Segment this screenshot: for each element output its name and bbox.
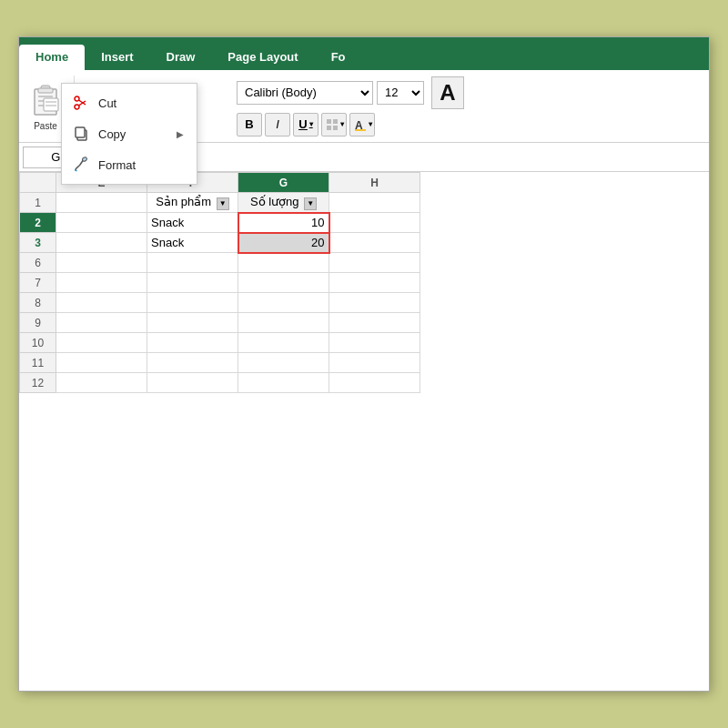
tab-draw[interactable]: Draw bbox=[150, 45, 212, 70]
svg-rect-19 bbox=[333, 126, 338, 130]
font-name-select[interactable]: Calibri (Body) bbox=[237, 81, 373, 105]
cell-f8[interactable] bbox=[147, 293, 238, 313]
cell-g11[interactable] bbox=[238, 353, 329, 373]
ribbon-toolbar: Paste Cut bbox=[19, 70, 709, 143]
svg-rect-6 bbox=[44, 98, 58, 111]
table-row: 2 Snack 10 bbox=[20, 213, 420, 233]
row-num-8: 8 bbox=[20, 293, 56, 313]
cell-h6[interactable] bbox=[329, 253, 420, 273]
table-row: 6 bbox=[20, 253, 420, 273]
table-row: 8 bbox=[20, 293, 420, 313]
cell-g10[interactable] bbox=[238, 333, 329, 353]
cell-e1[interactable] bbox=[56, 193, 147, 213]
cell-h9[interactable] bbox=[329, 313, 420, 333]
cell-g2[interactable]: 10 bbox=[238, 213, 329, 233]
corner-header bbox=[20, 173, 56, 193]
cell-h2[interactable] bbox=[329, 213, 420, 233]
cell-g8[interactable] bbox=[238, 293, 329, 313]
filter-icon-g1[interactable]: ▼ bbox=[304, 197, 317, 210]
table-row: 10 bbox=[20, 333, 420, 353]
copy-icon bbox=[71, 124, 91, 144]
paintbrush-icon bbox=[71, 155, 91, 175]
cell-f9[interactable] bbox=[147, 313, 238, 333]
cell-e10[interactable] bbox=[56, 333, 147, 353]
underline-button[interactable]: U ▾ bbox=[293, 113, 318, 136]
cut-menu-item[interactable]: Cut bbox=[62, 87, 197, 118]
table-row: 12 bbox=[20, 373, 420, 393]
row-num-11: 11 bbox=[20, 353, 56, 373]
cell-f11[interactable] bbox=[147, 353, 238, 373]
excel-window: Home Insert Draw Page Layout Fo bbox=[18, 36, 710, 692]
cell-e7[interactable] bbox=[56, 273, 147, 293]
cell-h11[interactable] bbox=[329, 353, 420, 373]
row-num-1: 1 bbox=[20, 193, 56, 213]
cell-g7[interactable] bbox=[238, 273, 329, 293]
spreadsheet: E F G H 1 Sản phẩm ▼ Số lượng bbox=[19, 172, 709, 691]
cell-g3[interactable]: 20 bbox=[238, 233, 329, 253]
cell-h12[interactable] bbox=[329, 373, 420, 393]
tab-fo[interactable]: Fo bbox=[315, 45, 362, 70]
font-format-row: B I U ▾ ▾ bbox=[237, 113, 464, 136]
cell-f6[interactable] bbox=[147, 253, 238, 273]
cell-g6[interactable] bbox=[238, 253, 329, 273]
scissors-icon bbox=[71, 93, 91, 113]
clipboard-dropdown: Cut Copy ▶ bbox=[61, 83, 197, 185]
copy-label: Copy bbox=[98, 127, 169, 141]
row-num-7: 7 bbox=[20, 273, 56, 293]
cell-h10[interactable] bbox=[329, 333, 420, 353]
svg-rect-17 bbox=[333, 119, 338, 124]
cell-g1[interactable]: Số lượng ▼ bbox=[238, 193, 329, 213]
cell-f12[interactable] bbox=[147, 373, 238, 393]
cell-e3[interactable] bbox=[56, 233, 147, 253]
cell-f1[interactable]: Sản phẩm ▼ bbox=[147, 193, 238, 213]
italic-button[interactable]: I bbox=[265, 113, 290, 136]
cell-g9[interactable] bbox=[238, 313, 329, 333]
cell-f10[interactable] bbox=[147, 333, 238, 353]
row-num-6: 6 bbox=[20, 253, 56, 273]
cell-h1[interactable] bbox=[329, 193, 420, 213]
paste-button[interactable] bbox=[28, 81, 63, 119]
copy-menu-item[interactable]: Copy ▶ bbox=[62, 118, 197, 149]
row-num-9: 9 bbox=[20, 313, 56, 333]
formula-input[interactable] bbox=[166, 147, 705, 168]
highlight-button[interactable]: A ▾ bbox=[349, 113, 375, 136]
cut-label: Cut bbox=[98, 96, 184, 110]
svg-rect-21 bbox=[355, 129, 366, 131]
cell-f7[interactable] bbox=[147, 273, 238, 293]
border-button[interactable]: ▾ bbox=[321, 113, 347, 136]
svg-point-10 bbox=[75, 105, 79, 109]
format-label: Format bbox=[98, 158, 184, 172]
font-a-button[interactable]: A bbox=[431, 76, 464, 109]
col-header-h[interactable]: H bbox=[329, 173, 420, 193]
row-num-10: 10 bbox=[20, 333, 56, 353]
cell-h8[interactable] bbox=[329, 293, 420, 313]
cell-e9[interactable] bbox=[56, 313, 147, 333]
cell-e8[interactable] bbox=[56, 293, 147, 313]
cell-f2[interactable]: Snack bbox=[147, 213, 238, 233]
table-row: 9 bbox=[20, 313, 420, 333]
spreadsheet-table: E F G H 1 Sản phẩm ▼ Số lượng bbox=[19, 172, 420, 393]
row-num-3: 3 bbox=[20, 233, 56, 253]
table-row: 11 bbox=[20, 353, 420, 373]
cell-e11[interactable] bbox=[56, 353, 147, 373]
paste-label: Paste bbox=[34, 121, 57, 131]
col-header-g[interactable]: G bbox=[238, 173, 329, 193]
cell-e12[interactable] bbox=[56, 373, 147, 393]
font-size-select[interactable]: 12 bbox=[377, 81, 424, 105]
filter-icon-f1[interactable]: ▼ bbox=[217, 197, 229, 210]
cell-h7[interactable] bbox=[329, 273, 420, 293]
table-row: 7 bbox=[20, 273, 420, 293]
bold-button[interactable]: B bbox=[237, 113, 262, 136]
cell-g12[interactable] bbox=[238, 373, 329, 393]
cell-e6[interactable] bbox=[56, 253, 147, 273]
table-row: 1 Sản phẩm ▼ Số lượng ▼ bbox=[20, 193, 420, 213]
cell-f3[interactable]: Snack bbox=[147, 233, 238, 253]
cell-e2[interactable] bbox=[56, 213, 147, 233]
row-num-2: 2 bbox=[20, 213, 56, 233]
tab-page-layout[interactable]: Page Layout bbox=[211, 45, 314, 70]
ribbon-tabs: Home Insert Draw Page Layout Fo bbox=[19, 37, 709, 70]
tab-insert[interactable]: Insert bbox=[85, 45, 149, 70]
tab-home[interactable]: Home bbox=[19, 45, 85, 70]
format-menu-item[interactable]: Format bbox=[62, 149, 197, 180]
cell-h3[interactable] bbox=[329, 233, 420, 253]
